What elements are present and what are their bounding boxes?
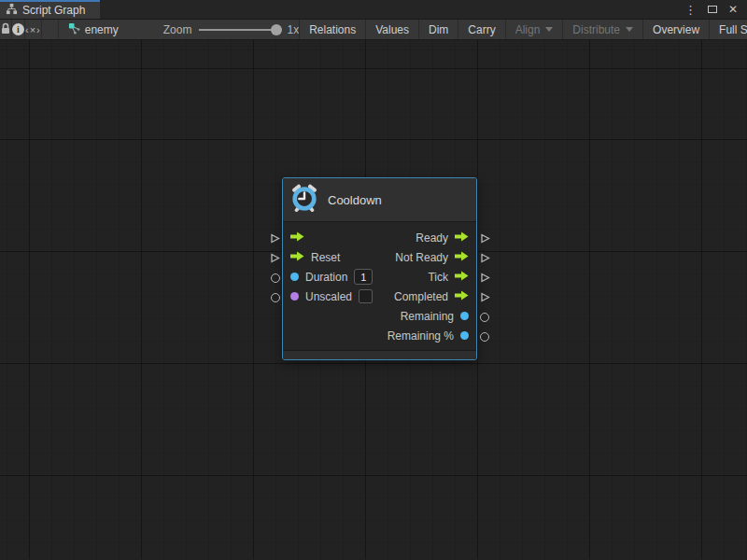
graph-canvas[interactable]: Cooldown Ready bbox=[0, 40, 747, 559]
number-output-port[interactable] bbox=[460, 312, 469, 320]
lock-button[interactable] bbox=[0, 20, 12, 39]
flow-output-port[interactable] bbox=[455, 271, 469, 284]
chevron-down-icon bbox=[545, 27, 553, 32]
flow-output-port[interactable] bbox=[455, 290, 469, 303]
full-screen-button[interactable]: Full Screen bbox=[709, 20, 747, 39]
node-title: Cooldown bbox=[328, 193, 382, 207]
port-label-reset: Reset bbox=[311, 251, 340, 264]
external-flow-connector[interactable] bbox=[480, 253, 490, 263]
window-titlebar: Script Graph ⋮ ✕ bbox=[0, 0, 747, 20]
titlebar-spacer bbox=[100, 0, 684, 19]
boolean-input-port[interactable] bbox=[290, 292, 299, 301]
zoom-slider[interactable] bbox=[199, 29, 279, 31]
external-value-connector[interactable] bbox=[271, 293, 280, 302]
number-output-port[interactable] bbox=[460, 331, 469, 340]
maximize-icon[interactable] bbox=[708, 6, 717, 13]
number-input-port[interactable] bbox=[290, 273, 299, 281]
cooldown-node[interactable]: Cooldown Ready bbox=[282, 177, 477, 360]
tab-label: Script Graph bbox=[22, 4, 85, 17]
port-row: Duration 1 Tick bbox=[283, 267, 476, 287]
code-preview-button[interactable]: ‹×› bbox=[25, 20, 42, 39]
port-row: Remaining % bbox=[283, 326, 476, 345]
port-label-not-ready: Not Ready bbox=[395, 251, 448, 264]
unscaled-checkbox[interactable] bbox=[359, 289, 373, 303]
dim-button[interactable]: Dim bbox=[418, 20, 458, 39]
graph-context-label: enemy bbox=[85, 23, 119, 36]
external-value-connector[interactable] bbox=[480, 313, 489, 322]
port-label-tick: Tick bbox=[428, 271, 448, 284]
carry-button[interactable]: Carry bbox=[458, 20, 504, 39]
graph-node-icon bbox=[68, 22, 80, 37]
port-row: Ready bbox=[283, 228, 476, 247]
info-button[interactable]: i bbox=[12, 20, 25, 39]
cooldown-node-header[interactable]: Cooldown bbox=[283, 178, 476, 222]
values-button[interactable]: Values bbox=[365, 20, 418, 39]
external-flow-connector[interactable] bbox=[480, 292, 490, 302]
relations-button[interactable]: Relations bbox=[299, 20, 365, 39]
zoom-slider-handle[interactable] bbox=[271, 24, 282, 35]
flow-output-port[interactable] bbox=[455, 231, 469, 245]
flow-input-port[interactable] bbox=[290, 251, 304, 264]
port-row: Unscaled Completed bbox=[283, 287, 476, 306]
code-icon: ‹×› bbox=[25, 24, 41, 35]
flow-output-port[interactable] bbox=[455, 251, 469, 264]
external-flow-connector[interactable] bbox=[270, 253, 280, 263]
align-dropdown-button: Align bbox=[505, 20, 563, 39]
external-value-connector[interactable] bbox=[480, 332, 489, 342]
lock-icon bbox=[0, 22, 11, 37]
node-ports: Ready Reset Not Ready bbox=[283, 222, 476, 345]
port-label-unscaled: Unscaled bbox=[305, 290, 352, 303]
port-row: Reset Not Ready bbox=[283, 247, 476, 267]
port-label-remaining: Remaining bbox=[401, 310, 454, 323]
tab-script-graph[interactable]: Script Graph bbox=[0, 0, 100, 19]
graph-context-breadcrumb[interactable]: enemy bbox=[58, 20, 119, 39]
alarm-clock-icon bbox=[290, 184, 318, 216]
graph-toolbar: i ‹×› enemy Zoom 1x Relations Values bbox=[0, 20, 747, 40]
duration-value-field[interactable]: 1 bbox=[354, 269, 373, 285]
port-label-duration: Duration bbox=[305, 271, 347, 284]
flow-input-port[interactable] bbox=[290, 231, 304, 245]
node-footer bbox=[283, 350, 476, 359]
zoom-label: Zoom bbox=[163, 23, 192, 36]
zoom-control: Zoom 1x bbox=[163, 20, 299, 39]
external-value-connector[interactable] bbox=[271, 273, 280, 283]
hierarchy-graph-icon bbox=[6, 2, 18, 19]
port-label-ready: Ready bbox=[416, 231, 448, 245]
info-icon: i bbox=[12, 23, 24, 35]
chevron-down-icon bbox=[626, 27, 633, 32]
toolbar-buttons: Relations Values Dim Carry Align Distrib… bbox=[299, 20, 747, 39]
port-row: Remaining bbox=[283, 306, 476, 326]
external-flow-connector[interactable] bbox=[270, 233, 280, 244]
distribute-dropdown-button: Distribute bbox=[562, 20, 642, 39]
port-label-completed: Completed bbox=[394, 290, 448, 303]
external-flow-connector[interactable] bbox=[480, 233, 490, 244]
close-icon[interactable]: ✕ bbox=[728, 4, 738, 15]
external-flow-connector[interactable] bbox=[480, 273, 490, 283]
window-menu-icon[interactable]: ⋮ bbox=[684, 4, 697, 16]
port-label-remaining-percent: Remaining % bbox=[388, 329, 454, 343]
overview-button[interactable]: Overview bbox=[642, 20, 709, 39]
zoom-level: 1x bbox=[287, 23, 299, 36]
